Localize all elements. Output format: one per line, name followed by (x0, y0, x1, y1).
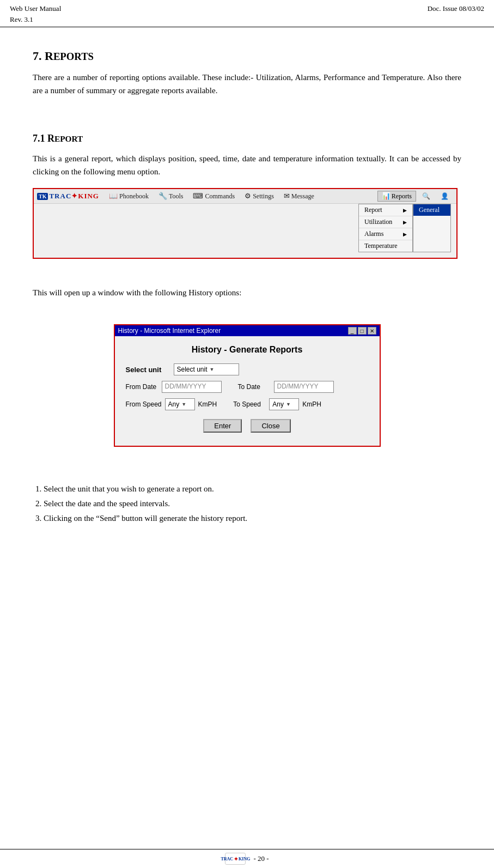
section71-heading: 7.1 REPORT (33, 133, 461, 144)
menu-phonebook: 📖 Phonebook (105, 191, 153, 202)
dropdown-alarms-arrow: ▶ (403, 232, 407, 237)
menu-reports-label: Reports (392, 192, 412, 201)
section71-label: REPORT (47, 133, 83, 144)
enter-button[interactable]: Enter (203, 419, 242, 433)
to-speed-value: Any (272, 400, 284, 408)
menu-message-label: Message (291, 192, 314, 201)
from-date-label: From Date (126, 383, 158, 391)
list-item-2: Select the date and the speed intervals. (44, 496, 461, 511)
dialog-titlebar: History - Microsoft Internet Explorer _ … (115, 325, 380, 336)
menu-right: 📊 Reports 🔍 👤 (377, 191, 453, 202)
to-speed-pair: To Speed Any ▼ KmPH (233, 398, 321, 410)
to-date-pair: To Date DD/MM/YYYY (238, 381, 334, 393)
dialog-buttons: Enter Close (126, 419, 369, 433)
menu-settings: ⚙ Settings (240, 191, 278, 202)
menu-commands: ⌨ Commands (188, 191, 239, 202)
select-unit-value: Select unit (177, 366, 208, 373)
dialog-close-btn[interactable]: ✕ (368, 327, 376, 335)
menu-bar: TK TRAC✦KING 📖 Phonebook 🔧 Tools ⌨ Comma… (34, 189, 456, 204)
header-left: Web User Manual Rev. 3.1 (10, 3, 61, 25)
instructions-list: Select the unit that you wish to generat… (33, 482, 461, 526)
list-item-3: Clicking on the “Send” button will gener… (44, 511, 461, 526)
speed-row: From Speed Any ▼ KmPH To Speed Any ▼ KmP… (126, 398, 369, 410)
submenu-general-label: General (419, 206, 440, 214)
to-speed-label: To Speed (233, 400, 266, 408)
dialog-form-title: History - Generate Reports (126, 345, 369, 355)
doc-issue: Doc. Issue 08/03/02 (428, 3, 484, 14)
dropdown-report-arrow: ▶ (403, 208, 407, 213)
section71-body2: This will open up a window with the foll… (33, 286, 461, 299)
menu-extra1: 🔍 (418, 191, 435, 202)
dialog-maximize-btn[interactable]: □ (358, 327, 367, 335)
footer-logo-icon: TRAC✦KING (225, 853, 246, 865)
from-speed-arrow: ▼ (181, 402, 186, 407)
dropdown-utilization-label: Utilization (364, 218, 392, 226)
from-speed-label: From Speed (126, 400, 162, 408)
menu-extra2: 👤 (436, 191, 453, 202)
dropdown-temperature-label: Temperature (364, 242, 397, 250)
from-speed-select[interactable]: Any ▼ (165, 398, 195, 410)
message-icon: ✉ (284, 192, 290, 201)
dropdown-utilization[interactable]: Utilization ▶ (359, 216, 412, 228)
section71-num: 7.1 (33, 133, 47, 144)
from-speed-pair: From Speed Any ▼ KmPH (126, 398, 217, 410)
from-speed-value: Any (168, 400, 180, 408)
submenu-general[interactable]: General (413, 204, 450, 216)
dropdown-utilization-arrow: ▶ (403, 220, 407, 225)
dialog-titlebar-buttons: _ □ ✕ (348, 327, 376, 335)
phonebook-icon: 📖 (109, 192, 118, 201)
menu-settings-label: Settings (253, 192, 274, 201)
menu-commands-label: Commands (205, 192, 235, 201)
dropdown-alarms-label: Alarms (364, 230, 383, 238)
page-number: - 20 - (253, 854, 269, 863)
date-row: From Date DD/MM/YYYY To Date DD/MM/YYYY (126, 381, 369, 393)
close-button[interactable]: Close (251, 419, 290, 433)
to-speed-unit: KmPH (302, 400, 321, 408)
dropdown-report[interactable]: Report ▶ (359, 204, 412, 216)
section7-body: There are a number of reporting options … (33, 71, 461, 97)
page-content: 7. REPORTS There are a number of reporti… (0, 27, 494, 559)
header-right: Doc. Issue 08/03/02 (428, 3, 484, 14)
dialog-minimize-btn[interactable]: _ (348, 327, 357, 335)
from-date-pair: From Date DD/MM/YYYY (126, 381, 222, 393)
logo-icon: TK (37, 193, 48, 200)
menu-phonebook-label: Phonebook (119, 192, 149, 201)
logo-text: TRAC✦KING (49, 192, 99, 201)
section71-body1: This is a general report, which displays… (33, 152, 461, 178)
menu-reports-btn[interactable]: 📊 Reports (377, 191, 416, 202)
dropdown-container: Report ▶ Utilization ▶ Alarms ▶ Temperat… (358, 204, 451, 252)
select-unit-row: Select unit Select unit ▼ (126, 363, 369, 375)
menu-tools-label: Tools (169, 192, 184, 201)
page-header: Web User Manual Rev. 3.1 Doc. Issue 08/0… (0, 0, 494, 27)
section7-label: REPORTS (45, 49, 94, 63)
commands-icon: ⌨ (193, 192, 203, 201)
select-unit-input[interactable]: Select unit ▼ (174, 363, 239, 375)
dialog-title: History - Microsoft Internet Explorer (118, 327, 221, 335)
dropdown-area: Report ▶ Utilization ▶ Alarms ▶ Temperat… (34, 204, 456, 258)
settings-icon: ⚙ (245, 192, 251, 201)
reports-icon: 📊 (382, 192, 391, 201)
report-submenu: General (413, 204, 451, 252)
tools-icon: 🔧 (158, 192, 167, 201)
footer-logo: TRAC✦KING (225, 853, 246, 865)
dropdown-temperature[interactable]: Temperature (359, 240, 412, 252)
to-speed-select[interactable]: Any ▼ (269, 398, 299, 410)
reports-dropdown: Report ▶ Utilization ▶ Alarms ▶ Temperat… (358, 204, 413, 252)
page-footer: TRAC✦KING - 20 - (0, 849, 494, 868)
section7-heading: 7. REPORTS (33, 49, 461, 63)
manual-title: Web User Manual (10, 3, 61, 14)
app-logo: TK TRAC✦KING (37, 192, 99, 201)
to-speed-arrow: ▼ (286, 402, 291, 407)
from-date-input[interactable]: DD/MM/YYYY (162, 381, 222, 393)
section7-num: 7. (33, 49, 45, 63)
dropdown-alarms[interactable]: Alarms ▶ (359, 228, 412, 240)
dialog-body: History - Generate Reports Select unit S… (115, 336, 380, 446)
select-unit-label: Select unit (126, 366, 169, 374)
menu-tools: 🔧 Tools (154, 191, 188, 202)
to-date-input[interactable]: DD/MM/YYYY (274, 381, 334, 393)
history-dialog: History - Microsoft Internet Explorer _ … (114, 324, 381, 447)
menu-message: ✉ Message (279, 191, 319, 202)
from-speed-unit: KmPH (198, 400, 217, 408)
select-unit-arrow: ▼ (210, 367, 215, 372)
menu-screenshot: TK TRAC✦KING 📖 Phonebook 🔧 Tools ⌨ Comma… (33, 188, 458, 259)
